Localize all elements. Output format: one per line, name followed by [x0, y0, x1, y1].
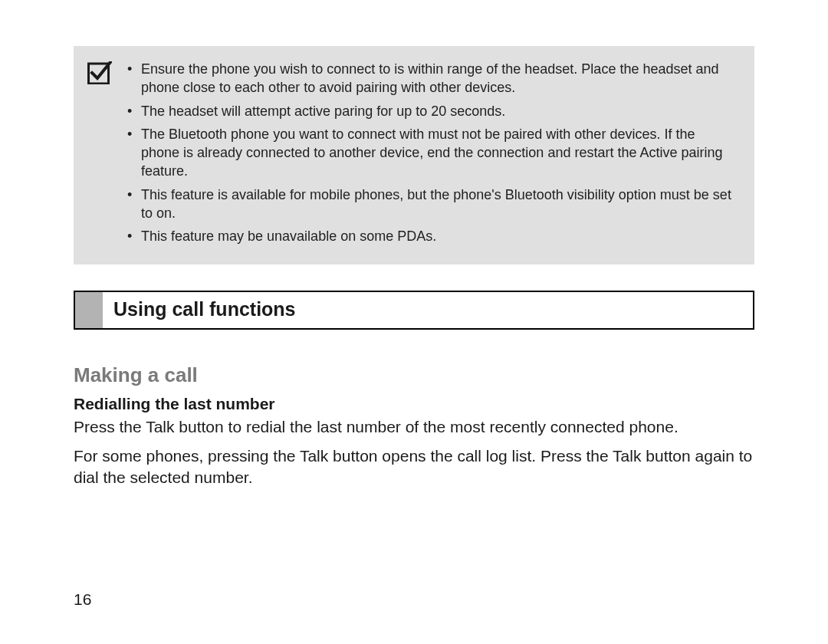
subheading: Making a call [74, 363, 754, 387]
note-box: Ensure the phone you wish to connect to … [74, 46, 754, 264]
checkbox-note-icon [87, 61, 112, 84]
note-bullet: The headset will attempt active paring f… [141, 102, 736, 120]
note-bullet: This feature is available for mobile pho… [141, 186, 736, 223]
manual-page: Ensure the phone you wish to connect to … [0, 0, 828, 644]
note-bullet: The Bluetooth phone you want to connect … [141, 125, 736, 181]
sub-subheading: Redialling the last number [74, 395, 754, 413]
page-number: 16 [74, 590, 91, 609]
section-heading: Using call functions [103, 292, 753, 328]
body-paragraph: For some phones, pressing the Talk butto… [74, 445, 754, 489]
section-heading-bar: Using call functions [74, 291, 754, 330]
note-bullet-list: Ensure the phone you wish to connect to … [123, 60, 736, 251]
note-bullet: Ensure the phone you wish to connect to … [141, 60, 736, 97]
note-icon-column [87, 60, 123, 251]
note-bullet: This feature may be unavailable on some … [141, 227, 736, 245]
section-heading-accent [75, 292, 103, 328]
body-paragraph: Press the Talk button to redial the last… [74, 416, 754, 438]
